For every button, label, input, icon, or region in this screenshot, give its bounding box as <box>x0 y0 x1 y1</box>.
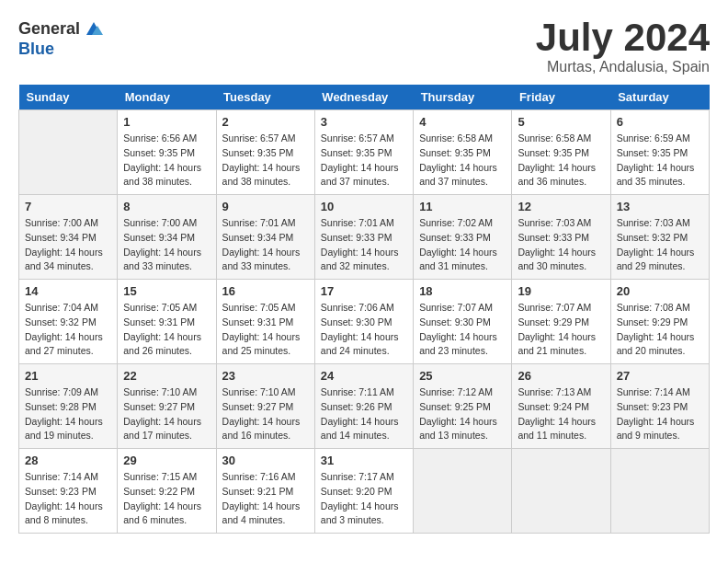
day-info: Sunrise: 7:10 AM Sunset: 9:27 PM Dayligh… <box>222 385 309 443</box>
day-info: Sunrise: 7:09 AM Sunset: 9:28 PM Dayligh… <box>25 385 111 443</box>
calendar-cell: 5Sunrise: 6:58 AM Sunset: 9:35 PM Daylig… <box>512 110 610 195</box>
day-info: Sunrise: 7:08 AM Sunset: 9:29 PM Dayligh… <box>617 301 703 359</box>
calendar-cell: 28Sunrise: 7:14 AM Sunset: 9:23 PM Dayli… <box>19 449 118 534</box>
day-info: Sunrise: 7:10 AM Sunset: 9:27 PM Dayligh… <box>123 385 210 443</box>
day-number: 21 <box>25 369 111 383</box>
calendar-cell: 30Sunrise: 7:16 AM Sunset: 9:21 PM Dayli… <box>216 449 314 534</box>
calendar-cell: 27Sunrise: 7:14 AM Sunset: 9:23 PM Dayli… <box>610 364 709 449</box>
header-sunday: Sunday <box>19 85 118 110</box>
day-info: Sunrise: 7:03 AM Sunset: 9:33 PM Dayligh… <box>518 216 604 274</box>
day-number: 14 <box>25 284 111 298</box>
header-tuesday: Tuesday <box>216 85 314 110</box>
day-info: Sunrise: 7:00 AM Sunset: 9:34 PM Dayligh… <box>123 216 210 274</box>
day-info: Sunrise: 7:13 AM Sunset: 9:24 PM Dayligh… <box>518 385 604 443</box>
day-number: 2 <box>222 115 309 129</box>
day-info: Sunrise: 7:15 AM Sunset: 9:22 PM Dayligh… <box>123 470 210 528</box>
calendar-cell: 10Sunrise: 7:01 AM Sunset: 9:33 PM Dayli… <box>314 195 413 280</box>
day-info: Sunrise: 6:57 AM Sunset: 9:35 PM Dayligh… <box>222 132 309 190</box>
day-info: Sunrise: 6:56 AM Sunset: 9:35 PM Dayligh… <box>123 132 210 190</box>
day-number: 28 <box>25 454 111 467</box>
day-info: Sunrise: 7:01 AM Sunset: 9:33 PM Dayligh… <box>321 216 407 274</box>
calendar-cell: 9Sunrise: 7:01 AM Sunset: 9:34 PM Daylig… <box>216 195 314 280</box>
day-number: 19 <box>518 284 604 298</box>
day-number: 9 <box>222 200 309 213</box>
calendar-cell: 8Sunrise: 7:00 AM Sunset: 9:34 PM Daylig… <box>118 195 216 280</box>
day-number: 23 <box>222 369 309 383</box>
day-number: 16 <box>222 284 309 298</box>
day-info: Sunrise: 7:05 AM Sunset: 9:31 PM Dayligh… <box>222 301 309 359</box>
calendar-cell: 18Sunrise: 7:07 AM Sunset: 9:30 PM Dayli… <box>414 280 512 364</box>
day-number: 13 <box>617 200 703 213</box>
day-number: 3 <box>321 115 407 129</box>
page-header: General Blue July 2024 Murtas, Andalusia… <box>18 18 710 75</box>
logo: General Blue <box>18 18 105 59</box>
day-number: 1 <box>123 115 210 129</box>
day-info: Sunrise: 7:02 AM Sunset: 9:33 PM Dayligh… <box>419 216 506 274</box>
header-wednesday: Wednesday <box>314 85 413 110</box>
day-info: Sunrise: 6:59 AM Sunset: 9:35 PM Dayligh… <box>617 132 703 190</box>
day-number: 27 <box>617 369 703 383</box>
calendar-cell: 13Sunrise: 7:03 AM Sunset: 9:32 PM Dayli… <box>610 195 709 280</box>
calendar-cell: 29Sunrise: 7:15 AM Sunset: 9:22 PM Dayli… <box>118 449 216 534</box>
day-info: Sunrise: 7:04 AM Sunset: 9:32 PM Dayligh… <box>25 301 111 359</box>
day-number: 25 <box>419 369 506 383</box>
day-info: Sunrise: 7:03 AM Sunset: 9:32 PM Dayligh… <box>617 216 703 274</box>
calendar-week-row: 7Sunrise: 7:00 AM Sunset: 9:34 PM Daylig… <box>19 195 710 280</box>
day-number: 18 <box>419 284 506 298</box>
calendar-week-row: 21Sunrise: 7:09 AM Sunset: 9:28 PM Dayli… <box>19 364 710 449</box>
calendar-cell: 25Sunrise: 7:12 AM Sunset: 9:25 PM Dayli… <box>414 364 512 449</box>
day-number: 30 <box>222 454 309 467</box>
calendar-cell: 20Sunrise: 7:08 AM Sunset: 9:29 PM Dayli… <box>610 280 709 364</box>
day-info: Sunrise: 7:01 AM Sunset: 9:34 PM Dayligh… <box>222 216 309 274</box>
calendar-table: SundayMondayTuesdayWednesdayThursdayFrid… <box>18 85 710 534</box>
day-number: 29 <box>123 454 210 467</box>
day-number: 24 <box>321 369 407 383</box>
calendar-cell: 24Sunrise: 7:11 AM Sunset: 9:26 PM Dayli… <box>314 364 413 449</box>
logo-icon <box>83 18 105 40</box>
calendar-cell: 17Sunrise: 7:06 AM Sunset: 9:30 PM Dayli… <box>314 280 413 364</box>
calendar-cell <box>414 449 512 534</box>
day-number: 17 <box>321 284 407 298</box>
calendar-cell <box>610 449 709 534</box>
calendar-cell: 4Sunrise: 6:58 AM Sunset: 9:35 PM Daylig… <box>414 110 512 195</box>
calendar-cell: 16Sunrise: 7:05 AM Sunset: 9:31 PM Dayli… <box>216 280 314 364</box>
day-number: 26 <box>518 369 604 383</box>
day-info: Sunrise: 7:11 AM Sunset: 9:26 PM Dayligh… <box>321 385 407 443</box>
day-number: 5 <box>518 115 604 129</box>
calendar-cell: 14Sunrise: 7:04 AM Sunset: 9:32 PM Dayli… <box>19 280 118 364</box>
calendar-cell: 12Sunrise: 7:03 AM Sunset: 9:33 PM Dayli… <box>512 195 610 280</box>
logo-blue-text: Blue <box>18 40 105 59</box>
calendar-week-row: 28Sunrise: 7:14 AM Sunset: 9:23 PM Dayli… <box>19 449 710 534</box>
title-section: July 2024 Murtas, Andalusia, Spain <box>536 18 710 75</box>
header-saturday: Saturday <box>610 85 709 110</box>
day-info: Sunrise: 7:14 AM Sunset: 9:23 PM Dayligh… <box>617 385 703 443</box>
calendar-cell: 26Sunrise: 7:13 AM Sunset: 9:24 PM Dayli… <box>512 364 610 449</box>
day-info: Sunrise: 7:06 AM Sunset: 9:30 PM Dayligh… <box>321 301 407 359</box>
calendar-cell: 19Sunrise: 7:07 AM Sunset: 9:29 PM Dayli… <box>512 280 610 364</box>
day-number: 10 <box>321 200 407 213</box>
header-monday: Monday <box>118 85 216 110</box>
calendar-cell: 7Sunrise: 7:00 AM Sunset: 9:34 PM Daylig… <box>19 195 118 280</box>
day-number: 31 <box>321 454 407 467</box>
day-number: 4 <box>419 115 506 129</box>
day-number: 6 <box>617 115 703 129</box>
day-info: Sunrise: 7:00 AM Sunset: 9:34 PM Dayligh… <box>25 216 111 274</box>
day-number: 12 <box>518 200 604 213</box>
day-number: 7 <box>25 200 111 213</box>
day-info: Sunrise: 7:07 AM Sunset: 9:30 PM Dayligh… <box>419 301 506 359</box>
day-info: Sunrise: 6:58 AM Sunset: 9:35 PM Dayligh… <box>518 132 604 190</box>
day-number: 8 <box>123 200 210 213</box>
calendar-cell <box>512 449 610 534</box>
day-info: Sunrise: 7:05 AM Sunset: 9:31 PM Dayligh… <box>123 301 210 359</box>
calendar-header-row: SundayMondayTuesdayWednesdayThursdayFrid… <box>19 85 710 110</box>
day-info: Sunrise: 7:16 AM Sunset: 9:21 PM Dayligh… <box>222 470 309 528</box>
calendar-cell: 22Sunrise: 7:10 AM Sunset: 9:27 PM Dayli… <box>118 364 216 449</box>
calendar-cell: 2Sunrise: 6:57 AM Sunset: 9:35 PM Daylig… <box>216 110 314 195</box>
calendar-cell: 3Sunrise: 6:57 AM Sunset: 9:35 PM Daylig… <box>314 110 413 195</box>
calendar-cell <box>19 110 118 195</box>
day-number: 11 <box>419 200 506 213</box>
calendar-cell: 11Sunrise: 7:02 AM Sunset: 9:33 PM Dayli… <box>414 195 512 280</box>
calendar-cell: 6Sunrise: 6:59 AM Sunset: 9:35 PM Daylig… <box>610 110 709 195</box>
calendar-cell: 1Sunrise: 6:56 AM Sunset: 9:35 PM Daylig… <box>118 110 216 195</box>
day-info: Sunrise: 7:12 AM Sunset: 9:25 PM Dayligh… <box>419 385 506 443</box>
